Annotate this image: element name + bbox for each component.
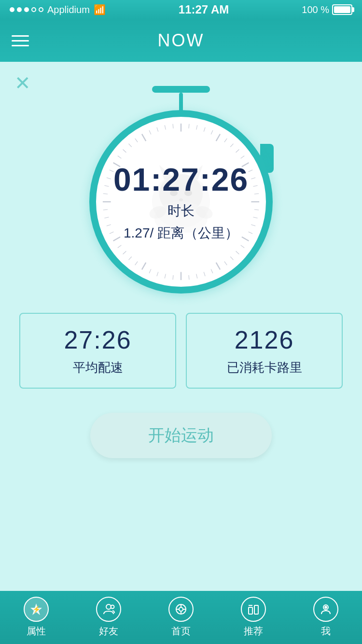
main-content: ✕ <box>0 62 362 591</box>
clock-face: 01:27:26 时长 1.27/ 距离（公里） <box>89 110 273 294</box>
svg-line-44 <box>103 210 108 210</box>
time-display: 01:27:26 <box>113 161 249 198</box>
svg-line-59 <box>173 124 173 128</box>
stat-card-calories: 2126 已消耗卡路里 <box>186 313 343 389</box>
tab-label-me: 我 <box>321 625 331 638</box>
recommend-icon <box>241 597 266 622</box>
svg-rect-81 <box>254 605 258 614</box>
svg-line-31 <box>173 275 173 280</box>
tab-label-recommend: 推荐 <box>244 625 263 638</box>
svg-line-23 <box>230 257 233 260</box>
tab-label-friends: 好友 <box>99 625 118 638</box>
hamburger-line-3 <box>12 45 29 46</box>
home-icon <box>168 597 194 622</box>
stat-card-pace: 27:26 平均配速 <box>19 313 176 389</box>
svg-line-43 <box>104 217 109 218</box>
tab-item-attributes[interactable]: ⚡ 属性 <box>0 597 72 638</box>
svg-line-16 <box>254 210 259 210</box>
distance-display: 1.27/ 距离（公里） <box>113 224 249 242</box>
svg-point-84 <box>325 606 327 608</box>
svg-line-13 <box>253 185 258 186</box>
svg-line-6 <box>224 139 227 142</box>
calories-label: 已消耗卡路里 <box>227 360 302 375</box>
svg-line-25 <box>216 263 220 269</box>
attributes-icon: ⚡ <box>24 597 49 622</box>
svg-line-57 <box>157 127 158 132</box>
svg-line-52 <box>123 150 126 153</box>
tab-label-attributes: 属性 <box>27 625 46 638</box>
signal-dots <box>10 7 43 12</box>
svg-line-28 <box>196 274 197 279</box>
menu-button[interactable] <box>12 35 29 46</box>
svg-line-56 <box>149 130 151 134</box>
status-bar: Applidium 📶 11:27 AM 100 % <box>0 0 362 19</box>
battery-percentage: 100 % <box>302 4 329 15</box>
battery-icon <box>332 4 352 15</box>
svg-line-33 <box>157 272 158 276</box>
svg-line-2 <box>196 125 197 129</box>
svg-line-18 <box>251 224 255 226</box>
svg-rect-80 <box>249 607 252 614</box>
svg-line-42 <box>107 224 111 226</box>
tab-item-friends[interactable]: 好友 <box>72 597 145 638</box>
svg-line-29 <box>189 275 189 280</box>
status-time: 11:27 AM <box>179 3 229 16</box>
battery-bar <box>332 4 352 15</box>
duration-label: 时长 <box>113 202 249 220</box>
svg-line-7 <box>230 144 233 147</box>
svg-line-32 <box>165 274 166 279</box>
start-button[interactable]: 开始运动 <box>90 413 272 458</box>
svg-line-53 <box>129 144 132 147</box>
me-icon <box>313 597 338 622</box>
status-right: 100 % <box>302 4 352 15</box>
svg-line-47 <box>104 185 109 186</box>
svg-line-12 <box>251 178 255 179</box>
tab-item-home[interactable]: 首页 <box>145 597 217 638</box>
stats-row: 27:26 平均配速 2126 已消耗卡路里 <box>19 313 343 389</box>
svg-line-38 <box>123 251 126 254</box>
hamburger-line-1 <box>12 35 29 37</box>
carrier-name: Applidium <box>47 4 90 15</box>
svg-line-46 <box>103 194 108 194</box>
svg-line-58 <box>165 125 166 129</box>
svg-line-11 <box>249 170 252 172</box>
svg-line-51 <box>118 156 121 158</box>
tab-bar: ⚡ 属性 好友 首页 <box>0 591 362 644</box>
svg-line-8 <box>236 150 239 153</box>
nav-bar: NOW <box>0 19 362 62</box>
status-left: Applidium 📶 <box>10 4 106 15</box>
tab-item-recommend[interactable]: 推荐 <box>217 597 290 638</box>
tab-label-home: 首页 <box>171 625 191 638</box>
svg-text:⚡: ⚡ <box>32 605 41 614</box>
svg-point-75 <box>179 607 183 611</box>
hamburger-line-2 <box>12 40 29 42</box>
svg-line-1 <box>189 124 189 128</box>
clock-content: 01:27:26 时长 1.27/ 距离（公里） <box>113 161 249 242</box>
dot-4 <box>31 7 36 12</box>
svg-line-35 <box>142 263 146 269</box>
nav-title: NOW <box>158 30 205 51</box>
svg-line-5 <box>216 134 220 141</box>
svg-line-36 <box>135 262 138 265</box>
svg-line-14 <box>254 194 259 194</box>
start-button-wrapper: 开始运动 <box>19 413 343 458</box>
svg-line-21 <box>241 245 244 248</box>
tab-item-me[interactable]: 我 <box>290 597 362 638</box>
handle-top-bar <box>152 86 210 93</box>
dot-2 <box>17 7 22 12</box>
svg-line-9 <box>241 156 244 158</box>
battery-fill <box>334 6 350 13</box>
svg-line-3 <box>204 127 205 132</box>
pace-label: 平均配速 <box>73 360 123 375</box>
svg-line-48 <box>107 178 111 179</box>
dot-5 <box>39 7 43 12</box>
pace-value: 27:26 <box>28 325 167 354</box>
svg-line-39 <box>118 245 121 248</box>
svg-line-26 <box>211 269 213 273</box>
close-button[interactable]: ✕ <box>14 73 31 93</box>
stopwatch-container: 01:27:26 时长 1.27/ 距离（公里） <box>19 86 343 294</box>
friends-icon <box>96 597 121 622</box>
svg-line-54 <box>135 139 138 142</box>
svg-line-19 <box>249 232 252 234</box>
stopwatch-wrapper: 01:27:26 时长 1.27/ 距离（公里） <box>84 86 278 294</box>
